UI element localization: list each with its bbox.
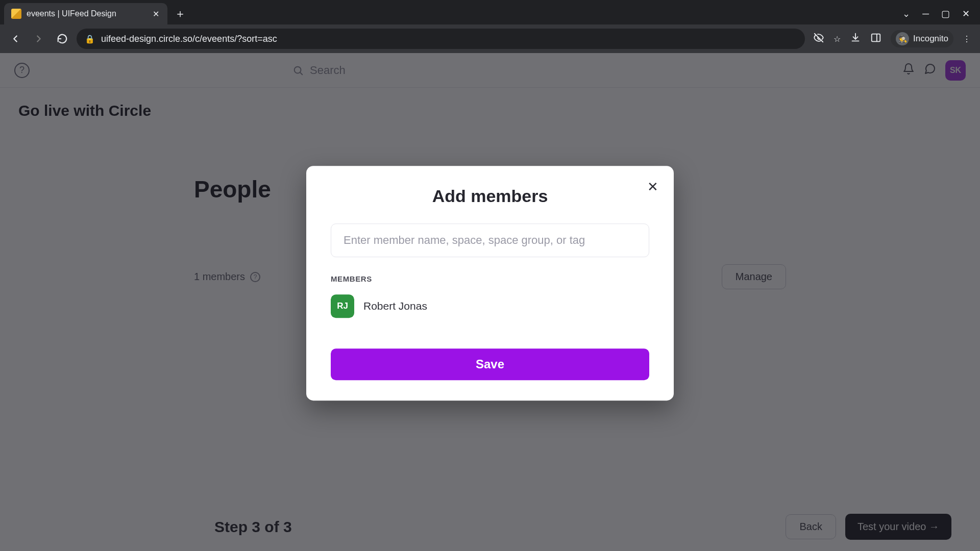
member-row[interactable]: RJRobert Jonas [331, 292, 649, 320]
incognito-badge[interactable]: 🕵️ Incognito [891, 30, 953, 47]
svg-rect-0 [872, 34, 880, 42]
bookmark-star-icon[interactable]: ☆ [834, 34, 841, 44]
member-search-input[interactable] [331, 223, 649, 257]
tabs-dropdown-icon[interactable]: ⌄ [902, 8, 910, 19]
tab-strip: eveents | UIFeed Design ✕ ＋ ⌄ ─ ▢ ✕ [0, 0, 980, 24]
save-button[interactable]: Save [331, 348, 649, 380]
incognito-label: Incognito [913, 34, 948, 44]
window-minimize-icon[interactable]: ─ [922, 9, 929, 19]
tab-title: eveents | UIFeed Design [27, 9, 146, 18]
add-members-modal: ✕ Add members MEMBERS RJRobert Jonas Sav… [306, 166, 674, 400]
member-name: Robert Jonas [363, 300, 427, 312]
eye-off-icon[interactable] [813, 32, 824, 45]
nav-back-icon[interactable] [6, 30, 24, 48]
nav-reload-icon[interactable] [53, 30, 71, 48]
incognito-icon: 🕵️ [896, 32, 909, 45]
new-tab-button[interactable]: ＋ [172, 5, 189, 22]
members-section-label: MEMBERS [331, 274, 649, 283]
window-maximize-icon[interactable]: ▢ [941, 8, 950, 19]
side-panel-icon[interactable] [870, 32, 881, 45]
window-controls: ⌄ ─ ▢ ✕ [902, 3, 980, 24]
lock-icon: 🔒 [85, 34, 95, 44]
favicon-icon [11, 9, 21, 19]
url-field[interactable]: 🔒 uifeed-design.circle.so/c/eveents/?sor… [77, 29, 805, 49]
address-bar: 🔒 uifeed-design.circle.so/c/eveents/?sor… [0, 24, 980, 53]
member-avatar: RJ [331, 294, 354, 318]
download-icon[interactable] [850, 32, 861, 45]
url-text: uifeed-design.circle.so/c/eveents/?sort=… [101, 34, 277, 44]
kebab-menu-icon[interactable]: ⋮ [963, 34, 971, 44]
browser-tab[interactable]: eveents | UIFeed Design ✕ [4, 3, 167, 24]
window-close-icon[interactable]: ✕ [962, 8, 970, 19]
tab-close-icon[interactable]: ✕ [151, 9, 160, 18]
address-actions: ☆ 🕵️ Incognito ⋮ [810, 30, 974, 47]
nav-forward-icon [30, 30, 48, 48]
modal-title: Add members [331, 186, 649, 206]
modal-close-button[interactable]: ✕ [647, 179, 658, 195]
